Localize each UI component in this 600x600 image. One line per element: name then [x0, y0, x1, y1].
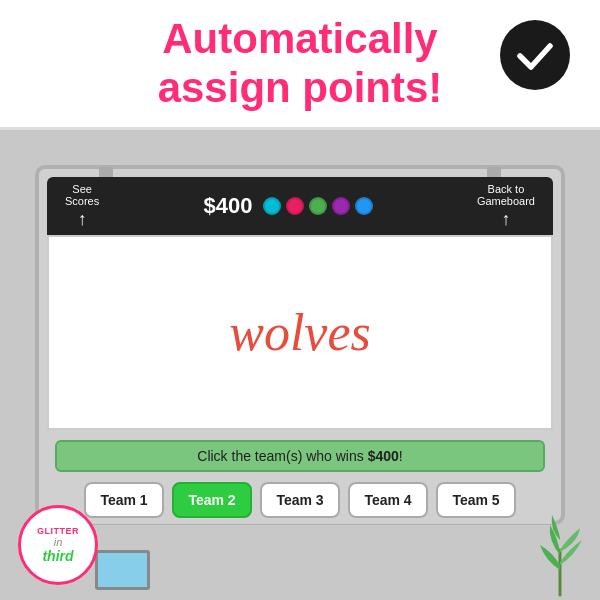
dot-1[interactable]	[263, 197, 281, 215]
dot-5[interactable]	[355, 197, 373, 215]
logo: Glitter in third	[18, 505, 98, 585]
team-5-button[interactable]: Team 5	[436, 482, 516, 518]
top-banner: Automatically assign points!	[0, 0, 600, 130]
logo-in-text: in	[54, 536, 63, 548]
team-1-button[interactable]: Team 1	[84, 482, 164, 518]
logo-third-text: third	[42, 548, 73, 564]
team-dots	[263, 197, 373, 215]
whiteboard-bottom: Click the team(s) who wins $400! Team 1T…	[47, 430, 553, 524]
win-instruction-bar: Click the team(s) who wins $400!	[55, 440, 545, 472]
team-buttons-row: Team 1Team 2Team 3Team 4Team 5	[55, 482, 545, 518]
dot-3[interactable]	[309, 197, 327, 215]
see-scores-button[interactable]: SeeScores ↑	[57, 179, 107, 234]
up-arrow-right-icon: ↑	[501, 209, 510, 230]
win-bar-text: Click the team(s) who wins $400!	[197, 448, 402, 464]
team-2-button[interactable]: Team 2	[172, 482, 252, 518]
banner-text: Automatically assign points!	[158, 15, 443, 112]
win-prize: $400	[368, 448, 399, 464]
main-area: SeeScores ↑ $400 Back toGameboard ↑ wolv…	[0, 130, 600, 600]
team-3-button[interactable]: Team 3	[260, 482, 340, 518]
top-bar-center: $400	[204, 193, 373, 219]
logo-glitter-text: Glitter	[37, 526, 79, 536]
whiteboard-top-bar: SeeScores ↑ $400 Back toGameboard ↑	[47, 177, 553, 235]
banner-line1: Automatically	[162, 15, 437, 62]
plant-decoration	[530, 510, 590, 600]
up-arrow-left-icon: ↑	[78, 209, 87, 230]
banner-line2: assign points!	[158, 64, 443, 111]
whiteboard-frame: SeeScores ↑ $400 Back toGameboard ↑ wolv…	[35, 165, 565, 525]
back-to-gameboard-label: Back toGameboard	[477, 183, 535, 207]
whiteboard-container: SeeScores ↑ $400 Back toGameboard ↑ wolv…	[35, 165, 565, 525]
see-scores-label: SeeScores	[65, 183, 99, 207]
dot-4[interactable]	[332, 197, 350, 215]
price-label: $400	[204, 193, 253, 219]
team-4-button[interactable]: Team 4	[348, 482, 428, 518]
dot-2[interactable]	[286, 197, 304, 215]
small-decorative-frame	[95, 550, 150, 590]
back-to-gameboard-button[interactable]: Back toGameboard ↑	[469, 179, 543, 234]
checkmark-icon	[500, 20, 570, 90]
answer-word: wolves	[229, 303, 371, 362]
whiteboard-content: wolves	[47, 235, 553, 430]
